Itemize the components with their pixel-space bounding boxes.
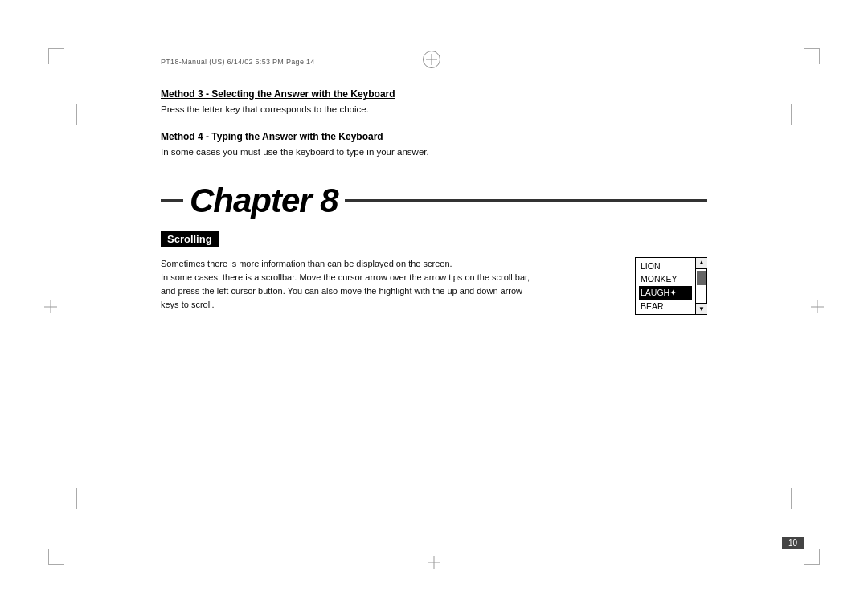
chapter-title: Chapter 8 (190, 184, 338, 218)
page: PT18-Manual (US) 6/14/02 5:53 PM Page 14… (0, 0, 868, 613)
method4-title: Method 4 - Typing the Answer with the Ke… (161, 131, 707, 142)
scroll-item-monkey: MONKEY (639, 272, 692, 286)
section-title: Scrolling (161, 231, 219, 247)
method3-text: Press the letter key that corresponds to… (161, 103, 707, 116)
cross-mark-bottom (428, 556, 440, 569)
cross-mark-right (811, 300, 824, 313)
scroll-track (696, 269, 706, 304)
chapter-line-left (161, 199, 183, 202)
side-line-right-top (791, 104, 792, 125)
scroll-arrow-up[interactable]: ▲ (696, 258, 707, 269)
page-number: 10 (782, 537, 804, 549)
method3-title: Method 3 - Selecting the Answer with the… (161, 88, 707, 100)
print-info: PT18-Manual (US) 6/14/02 5:53 PM Page 14 (161, 58, 315, 66)
scroll-item-bear: BEAR (639, 300, 692, 313)
scroll-list: LION MONKEY LAUGH✦ BEAR (636, 258, 695, 315)
side-line-left-bottom (76, 488, 77, 509)
cross-mark-left (44, 300, 57, 313)
scroll-thumb (697, 271, 706, 285)
method4-text: In some cases you must use the keyboard … (161, 145, 707, 159)
scroll-bar: ▲ ▼ (695, 258, 706, 315)
side-line-right-bottom (791, 488, 792, 509)
scroll-item-lion: LION (639, 260, 692, 273)
chapter-line-right (345, 199, 707, 202)
corner-mark-tl (48, 48, 64, 64)
scrolling-section: Sometimes there is more information than… (161, 257, 707, 316)
chapter-heading: Chapter 8 (161, 184, 707, 218)
scroll-widget: LION MONKEY LAUGH✦ BEAR ▲ ▼ (635, 257, 707, 316)
scroll-arrow-down[interactable]: ▼ (696, 303, 707, 314)
reg-mark (426, 54, 437, 65)
scrolling-paragraph1: Sometimes there is more information than… (161, 257, 530, 312)
corner-mark-bl (48, 549, 64, 565)
side-line-left-top (76, 104, 77, 125)
main-content: Method 3 - Selecting the Answer with the… (161, 88, 707, 525)
method3-section: Method 3 - Selecting the Answer with the… (161, 88, 707, 116)
method4-section: Method 4 - Typing the Answer with the Ke… (161, 131, 707, 159)
scrolling-text-column: Sometimes there is more information than… (161, 257, 611, 312)
corner-mark-tr (804, 48, 820, 64)
corner-mark-br (804, 549, 820, 565)
scroll-item-laugh: LAUGH✦ (639, 286, 692, 300)
